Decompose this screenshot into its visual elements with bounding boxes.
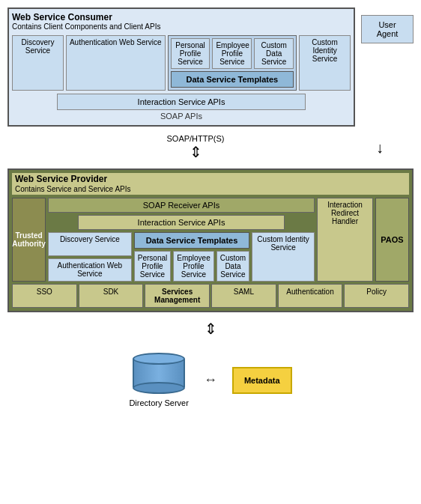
auth-web-service-provider: Authentication Web Service bbox=[48, 258, 132, 282]
directory-server-group: Directory Server bbox=[129, 353, 188, 407]
sdk-item: SDK bbox=[79, 284, 144, 308]
wsp-data-templates: Data Service Templates bbox=[134, 232, 249, 249]
wsp-services-inner: Personal Profile Service Employee Profil… bbox=[134, 251, 249, 282]
wsc-box: Web Service Consumer Contains Client Com… bbox=[7, 7, 355, 127]
services-management-item: Services Management bbox=[145, 284, 210, 308]
wsp-subtitle: Contains Service and Service APIs bbox=[12, 185, 409, 195]
personal-profile-service-client: Personal Profile Service bbox=[171, 38, 210, 69]
custom-data-service-provider: Custom Data Service bbox=[216, 251, 249, 282]
horiz-arrow: ↔ bbox=[204, 372, 217, 388]
auth-web-service-client: Authentication Web Service bbox=[66, 35, 166, 91]
employee-profile-service-provider: Employee Profile Service bbox=[173, 251, 213, 282]
soap-apis-label: SOAP APIs bbox=[12, 110, 351, 122]
arrows-section: SOAP/HTTP(S) ⇕ ↓ bbox=[7, 134, 414, 161]
custom-identity-service-provider: Custom Identity Service bbox=[252, 232, 315, 282]
wsc-subtitle: Contains Client Components and Client AP… bbox=[12, 22, 351, 31]
wsp-right-col: Interaction Redirect Handler bbox=[317, 198, 373, 282]
discovery-service-provider: Discovery Service bbox=[48, 232, 132, 256]
interaction-service-apis-client: Interaction Service APIs bbox=[57, 94, 306, 110]
discovery-service-client: Discovery Service bbox=[12, 35, 64, 91]
soap-receiver-apis: SOAP Receiver APIs bbox=[48, 198, 315, 213]
saml-item: SAML bbox=[211, 284, 276, 308]
wsp-center-block: Data Service Templates Personal Profile … bbox=[134, 232, 249, 282]
interaction-redirect-handler: Interaction Redirect Handler bbox=[317, 198, 373, 282]
wsp-title: Web Service Provider bbox=[12, 173, 409, 185]
soap-http-arrow: SOAP/HTTP(S) ⇕ bbox=[136, 134, 256, 161]
wsp-box: Web Service Provider Contains Service an… bbox=[7, 168, 414, 312]
wsp-interaction-apis: Interaction Service APIs bbox=[78, 215, 285, 230]
user-agent-box: User Agent bbox=[361, 15, 414, 43]
main-diagram: Web Service Consumer Contains Client Com… bbox=[7, 7, 414, 407]
metadata-box: Metadata bbox=[232, 367, 292, 394]
wsp-main: SOAP Receiver APIs Interaction Service A… bbox=[48, 198, 315, 282]
custom-data-service-client: Custom Data Service bbox=[254, 38, 294, 69]
data-service-templates-client: Data Service Templates bbox=[171, 71, 294, 88]
trusted-authority: Trusted Authority bbox=[12, 198, 46, 282]
employee-profile-service-client: Employee Profile Service bbox=[212, 38, 252, 69]
directory-server-label: Directory Server bbox=[129, 398, 188, 407]
sso-item: SSO bbox=[12, 284, 77, 308]
wsp-inner: Trusted Authority SOAP Receiver APIs Int… bbox=[12, 198, 409, 282]
custom-identity-service-client: Custom Identity Service bbox=[299, 35, 351, 91]
lowest-section: Directory Server ↔ Metadata bbox=[129, 353, 291, 407]
wsc-title: Web Service Consumer bbox=[12, 12, 351, 22]
top-section: Web Service Consumer Contains Client Com… bbox=[7, 7, 414, 127]
wsp-bottom-area: Discovery Service Authentication Web Ser… bbox=[48, 232, 315, 282]
policy-item: Policy bbox=[344, 284, 409, 308]
wsc-services-row: Discovery Service Authentication Web Ser… bbox=[12, 35, 351, 91]
wsp-bottom-bar: SSO SDK Services Management SAML Authent… bbox=[12, 284, 409, 308]
authentication-item: Authentication bbox=[278, 284, 343, 308]
personal-profile-service-provider: Personal Profile Service bbox=[134, 251, 171, 282]
paos-box: PAOS bbox=[375, 198, 409, 282]
